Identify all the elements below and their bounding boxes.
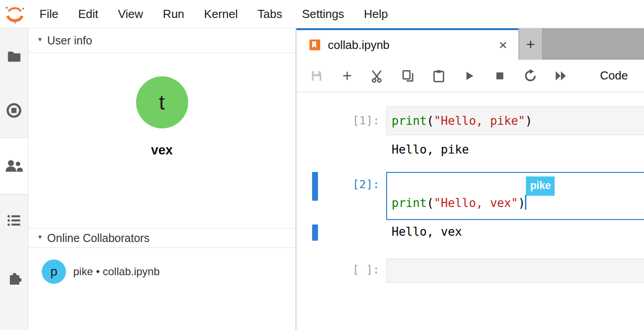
online-collaborators-title: Online Collaborators: [47, 232, 150, 245]
extensions-button[interactable]: [0, 263, 28, 290]
save-icon: [310, 69, 323, 83]
collaborator-avatar-letter: p: [50, 264, 57, 279]
code-token: (: [427, 196, 434, 210]
menu-file[interactable]: File: [30, 0, 68, 28]
save-button[interactable]: [306, 66, 327, 86]
interrupt-kernel-button[interactable]: [490, 66, 510, 86]
tab-close-icon[interactable]: ×: [497, 30, 509, 60]
code-token: print: [392, 196, 427, 210]
menu-help[interactable]: Help: [354, 0, 397, 28]
run-all-icon: [554, 69, 568, 83]
online-collaborators-header[interactable]: ▾ Online Collaborators: [28, 228, 296, 248]
file-browser-button[interactable]: [0, 43, 28, 70]
menu-settings[interactable]: Settings: [292, 0, 354, 28]
code-token: (: [427, 114, 434, 128]
cell-1-input[interactable]: print("Hello, pike"): [386, 106, 644, 135]
new-tab-button[interactable]: +: [519, 28, 543, 60]
user-avatar: t: [136, 76, 188, 128]
cell-2-output-collapser[interactable]: [312, 224, 318, 241]
code-token: ): [518, 196, 525, 210]
cell-3-input-prompt: [ ]:: [296, 262, 379, 278]
menu-kernel[interactable]: Kernel: [194, 0, 247, 28]
cut-icon: [371, 69, 385, 83]
cell-3-input[interactable]: [386, 259, 644, 283]
user-info-content: t vex: [28, 76, 296, 228]
code-token: ): [525, 114, 532, 128]
menu-run[interactable]: Run: [153, 0, 194, 28]
menu-view[interactable]: View: [108, 0, 153, 28]
run-cell-button[interactable]: [459, 66, 480, 86]
notebook-icon: [308, 38, 322, 52]
code-token: "Hello, pike": [434, 114, 525, 128]
paste-cells-button[interactable]: [428, 66, 449, 86]
cell-1-output: Hello, pike: [392, 141, 469, 158]
table-of-contents-icon: [6, 213, 22, 228]
remote-cursor: pike: [525, 195, 526, 210]
notebook-content: [1]: print("Hello, pike") Hello, pike [2…: [296, 92, 644, 330]
collapse-caret-icon: ▾: [38, 35, 42, 44]
collaborator-row[interactable]: p pike • collab.ipynb: [28, 260, 296, 284]
restart-kernel-button[interactable]: [520, 66, 541, 86]
folder-icon: [6, 49, 22, 64]
cut-cells-button[interactable]: [367, 66, 388, 86]
code-token: "Hello, vex": [434, 196, 518, 210]
table-of-contents-button[interactable]: [0, 207, 28, 234]
tab-collab-ipynb[interactable]: collab.ipynb ×: [296, 28, 519, 60]
cell-2-input-prompt: [2]:: [296, 176, 379, 193]
tab-title: collab.ipynb: [328, 38, 389, 52]
collapse-caret-icon: ▾: [38, 233, 42, 241]
stop-icon: [494, 70, 506, 82]
run-icon: [463, 70, 476, 82]
dock-tab-bar: collab.ipynb × +: [296, 28, 644, 60]
running-kernels-icon: [6, 102, 22, 119]
activity-bar: [0, 28, 28, 330]
restart-kernel-icon: [523, 69, 538, 83]
running-kernels-button[interactable]: [0, 97, 28, 124]
extensions-icon: [6, 268, 22, 285]
code-token: print: [392, 114, 427, 128]
run-all-cells-button[interactable]: [551, 66, 571, 86]
copy-icon: [401, 69, 415, 83]
paste-icon: [432, 69, 446, 83]
menu-edit[interactable]: Edit: [68, 0, 108, 28]
user-info-header[interactable]: ▾ User info: [28, 28, 296, 53]
username: vex: [28, 143, 296, 158]
collaborator-label: pike • collab.ipynb: [73, 265, 160, 278]
remote-cursor-user-flag: pike: [526, 176, 555, 196]
code-empty-line: [392, 265, 640, 282]
insert-cell-icon: +: [342, 66, 352, 85]
user-avatar-letter: t: [159, 90, 165, 114]
collaborators-icon: [5, 159, 23, 173]
notebook-toolbar: +: [296, 60, 644, 92]
collaboration-panel: ▾ User info t vex ▾ Online Collaborators…: [28, 28, 296, 330]
jupyter-logo-icon: [4, 4, 25, 24]
copy-cells-button[interactable]: [398, 66, 419, 86]
user-info-title: User info: [47, 34, 92, 47]
collaborator-avatar: p: [42, 260, 66, 284]
menu-bar: File Edit View Run Kernel Tabs Settings …: [0, 0, 644, 28]
cell-2-input[interactable]: print("Hello, vex")pike: [386, 172, 644, 220]
cell-type-dropdown[interactable]: Code: [600, 69, 628, 83]
cell-1-input-prompt: [1]:: [296, 113, 379, 129]
code-empty-line: [392, 178, 640, 195]
cell-2-output: Hello, vex: [392, 224, 462, 240]
collaborators-button[interactable]: [0, 137, 28, 194]
insert-cell-button[interactable]: +: [337, 66, 357, 86]
menu-tabs[interactable]: Tabs: [247, 0, 292, 28]
